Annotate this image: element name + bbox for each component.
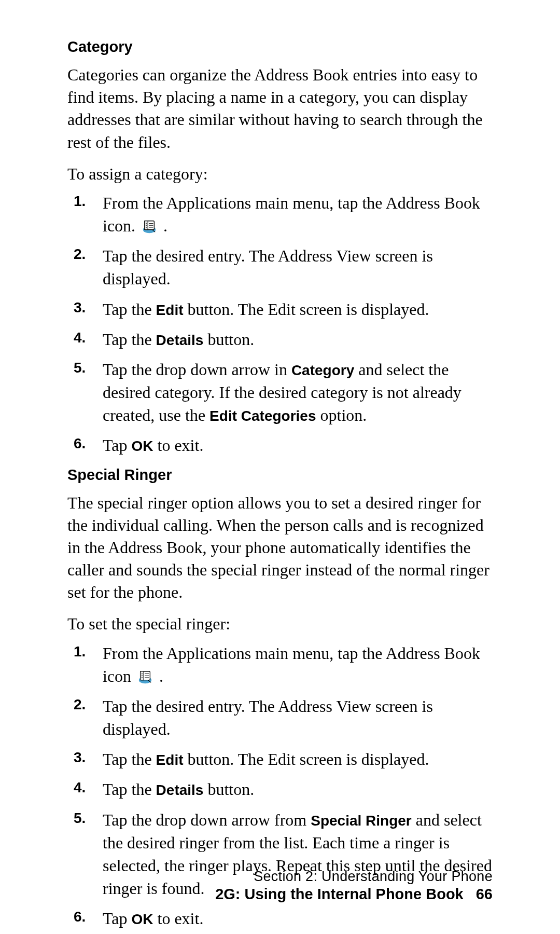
step-body: Tap the desired entry. The Address View … <box>103 695 493 740</box>
page-number: 66 <box>476 886 493 903</box>
step-item: 1.From the Applications main menu, tap t… <box>67 191 493 237</box>
bold-term: Details <box>156 332 204 348</box>
addressbook-icon <box>142 219 157 235</box>
step-item: 1.From the Applications main menu, tap t… <box>67 642 493 688</box>
section-lead: To set the special ringer: <box>67 613 493 635</box>
section: CategoryCategories can organize the Addr… <box>67 38 493 457</box>
bold-term: Edit <box>156 302 184 318</box>
step-body: Tap OK to exit. <box>103 434 493 457</box>
step-body: From the Applications main menu, tap the… <box>103 642 493 688</box>
step-body: Tap the desired entry. The Address View … <box>103 244 493 290</box>
step-number: 5. <box>74 358 103 376</box>
step-number: 2. <box>74 695 103 713</box>
step-number: 1. <box>74 191 103 210</box>
step-item: 4.Tap the Details button. <box>67 778 493 801</box>
bold-term: Edit <box>156 752 184 768</box>
step-body: Tap the Details button. <box>103 328 493 351</box>
page-footer: Section 2: Understanding Your Phone 2G: … <box>215 869 493 903</box>
step-body: From the Applications main menu, tap the… <box>103 191 493 237</box>
step-item: 4.Tap the Details button. <box>67 328 493 351</box>
footer-section-label: Section 2: Understanding Your Phone <box>215 869 493 885</box>
section-heading: Category <box>67 38 493 56</box>
section-lead: To assign a category: <box>67 163 493 185</box>
step-number: 4. <box>74 778 103 796</box>
step-item: 5.Tap the drop down arrow in Category an… <box>67 358 493 427</box>
step-number: 3. <box>74 298 103 316</box>
section-paragraph: The special ringer option allows you to … <box>67 492 493 604</box>
step-number: 6. <box>74 434 103 452</box>
step-body: Tap OK to exit. <box>103 907 493 930</box>
step-body: Tap the Details button. <box>103 778 493 801</box>
step-body: Tap the Edit button. The Edit screen is … <box>103 298 493 321</box>
page-content: CategoryCategories can organize the Addr… <box>67 38 493 934</box>
step-item: 2.Tap the desired entry. The Address Vie… <box>67 244 493 290</box>
bold-term: Details <box>156 782 204 798</box>
bold-term: Edit Categories <box>209 408 316 424</box>
step-number: 1. <box>74 642 103 660</box>
step-item: 3.Tap the Edit button. The Edit screen i… <box>67 748 493 771</box>
step-number: 3. <box>74 748 103 766</box>
section: Special RingerThe special ringer option … <box>67 466 493 930</box>
step-item: 3.Tap the Edit button. The Edit screen i… <box>67 298 493 321</box>
step-item: 6.Tap OK to exit. <box>67 434 493 457</box>
step-number: 6. <box>74 907 103 925</box>
addressbook-icon <box>137 669 153 685</box>
step-body: Tap the Edit button. The Edit screen is … <box>103 748 493 771</box>
step-number: 4. <box>74 328 103 346</box>
bold-term: OK <box>132 438 153 454</box>
bold-term: OK <box>132 911 153 927</box>
bold-term: Special Ringer <box>311 813 412 829</box>
step-item: 2.Tap the desired entry. The Address Vie… <box>67 695 493 740</box>
step-number: 2. <box>74 244 103 263</box>
bold-term: Category <box>291 362 354 378</box>
section-heading: Special Ringer <box>67 466 493 484</box>
step-item: 6.Tap OK to exit. <box>67 907 493 930</box>
step-list: 1.From the Applications main menu, tap t… <box>67 191 493 457</box>
step-number: 5. <box>74 808 103 827</box>
section-paragraph: Categories can organize the Address Book… <box>67 64 493 154</box>
footer-chapter-label: 2G: Using the Internal Phone Book66 <box>215 886 493 903</box>
step-body: Tap the drop down arrow in Category and … <box>103 358 493 427</box>
